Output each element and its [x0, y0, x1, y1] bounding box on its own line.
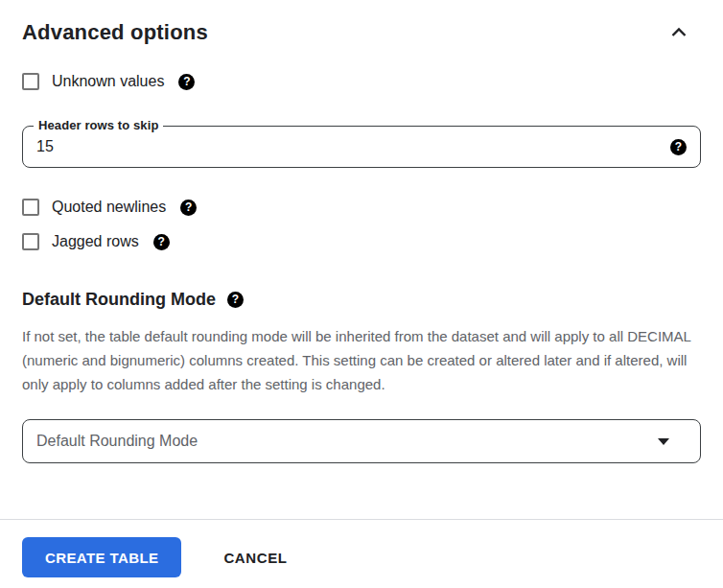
create-table-button[interactable]: CREATE TABLE — [22, 537, 181, 577]
unknown-values-row: Unknown values ? — [22, 71, 701, 92]
section-header: Advanced options — [22, 0, 701, 46]
rounding-mode-select-value: Default Rounding Mode — [36, 433, 198, 450]
header-rows-to-skip-input[interactable] — [36, 138, 670, 155]
header-rows-to-skip-field: Header rows to skip ? — [22, 126, 701, 168]
help-icon[interactable]: ? — [227, 292, 244, 308]
help-icon[interactable]: ? — [670, 139, 687, 155]
quoted-newlines-checkbox[interactable] — [22, 199, 39, 216]
collapse-section-button[interactable] — [665, 18, 693, 47]
jagged-rows-label: Jagged rows — [52, 233, 139, 250]
advanced-options-panel: Advanced options Unknown values ? Header… — [0, 0, 723, 577]
help-icon[interactable]: ? — [178, 74, 195, 90]
footer-actions: CREATE TABLE CANCEL — [22, 537, 701, 577]
help-icon[interactable]: ? — [153, 234, 170, 250]
jagged-rows-checkbox[interactable] — [22, 233, 39, 250]
footer-divider — [0, 519, 723, 520]
rounding-mode-select[interactable]: Default Rounding Mode — [22, 419, 701, 463]
rounding-mode-header: Default Rounding Mode ? — [22, 289, 701, 310]
arrow-drop-down-icon — [658, 438, 669, 445]
chevron-up-icon — [667, 21, 690, 44]
unknown-values-checkbox[interactable] — [22, 73, 39, 90]
cancel-button[interactable]: CANCEL — [214, 550, 296, 566]
jagged-rows-row: Jagged rows ? — [22, 231, 701, 252]
rounding-mode-description: If not set, the table default rounding m… — [22, 324, 701, 396]
quoted-newlines-row: Quoted newlines ? — [22, 197, 701, 218]
header-rows-to-skip-label: Header rows to skip — [34, 118, 163, 132]
help-icon[interactable]: ? — [180, 200, 197, 216]
quoted-newlines-label: Quoted newlines — [52, 199, 166, 216]
section-title: Advanced options — [22, 20, 208, 45]
unknown-values-label: Unknown values — [52, 73, 164, 90]
rounding-mode-title: Default Rounding Mode — [22, 290, 216, 310]
